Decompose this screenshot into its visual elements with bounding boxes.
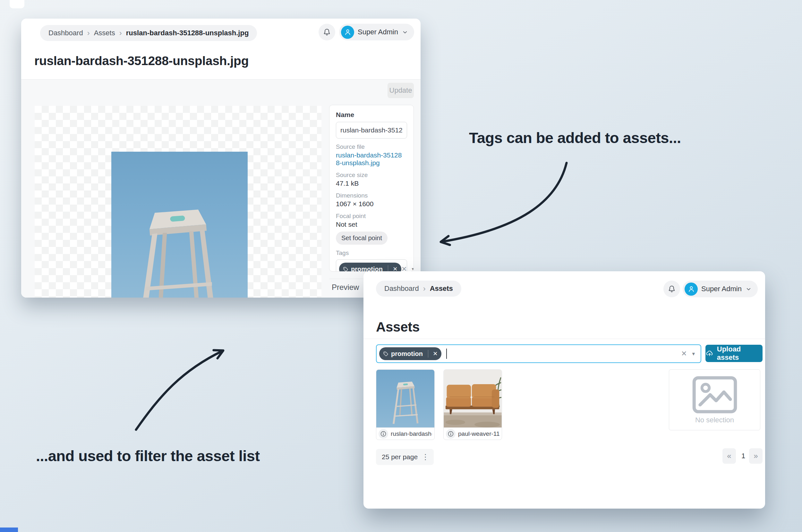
avatar [685,283,698,296]
set-focal-point-button[interactable]: Set focal point [336,231,388,245]
asset-info-button[interactable] [446,429,455,439]
asset-meta-panel: Name Source file ruslan-bardash-351288-u… [329,105,414,272]
source-file-link[interactable]: ruslan-bardash-351288-unsplash.jpg [336,151,403,167]
asset-list-window: Dashboard › Assets Super Admin Assets pr… [363,271,765,509]
tag-remove-icon[interactable]: ✕ [430,350,440,357]
clear-filter-icon[interactable]: ✕ [681,349,687,358]
per-page-label: 25 per page [382,453,418,461]
annotation-filter-note: ...and used to filter the asset list [36,447,260,465]
page-title: Assets [376,319,419,335]
clear-tags-icon[interactable]: ✕ [401,265,407,272]
no-selection-label: No selection [695,416,734,424]
chevron-right-icon: › [119,29,122,37]
dimensions-label: Dimensions [336,192,407,199]
asset-filename: ruslan-bardash-35 [391,430,432,437]
text-cursor [446,348,447,359]
chevron-down-icon [745,286,752,292]
stool-image [125,186,230,298]
preview-heading: Preview [332,283,359,292]
asset-card-couch[interactable]: paul-weaver-11205 [443,369,502,440]
user-icon [343,28,352,36]
tag-icon [383,351,389,357]
user-menu-label: Super Admin [358,28,398,36]
asset-filename: paul-weaver-11205 [458,430,500,437]
breadcrumb: Dashboard › Assets › ruslan-bardash-3512… [40,25,257,41]
user-icon [687,285,695,293]
tag-chip-label: promotion [351,266,383,272]
image-preview-panel [35,106,321,298]
tag-remove-icon[interactable]: ✕ [390,266,400,272]
focal-point-label: Focal point [336,213,407,220]
header-divider [363,339,765,339]
asset-detail-window: Dashboard › Assets › ruslan-bardash-3512… [21,19,421,298]
background-window-sliver [10,0,24,8]
bell-icon [667,284,676,293]
breadcrumb: Dashboard › Assets [376,281,461,297]
image-placeholder-icon [691,376,739,414]
annotation-tags-note: Tags can be added to assets... [469,129,681,147]
page-title: ruslan-bardash-351288-unsplash.jpg [34,54,249,68]
asset-thumbnail-couch [444,370,502,428]
chevron-right-icon: › [87,29,90,37]
no-selection-panel: No selection [669,369,760,430]
avatar [341,26,354,39]
asset-thumbnail-stool [376,370,434,428]
caret-down-icon[interactable]: ▾ [692,350,695,357]
tag-icon [342,266,349,272]
per-page-selector[interactable]: 25 per page ⋮ [376,449,434,465]
notifications-button[interactable] [319,24,335,40]
filter-tag-label: promotion [391,350,423,358]
user-menu[interactable]: Super Admin [683,281,758,297]
chevron-right-icon: › [423,285,426,292]
tag-filter-input[interactable]: promotion ✕ ✕ ▾ [376,344,701,363]
cloud-upload-icon [705,349,714,358]
source-size-value: 47.1 kB [336,179,407,187]
stool-image [389,374,422,424]
arrow-to-filter-input [136,351,223,430]
source-size-label: Source size [336,172,407,178]
breadcrumb-item-assets[interactable]: Assets [94,29,115,37]
breadcrumb-item-dashboard[interactable]: Dashboard [384,284,419,293]
tags-input[interactable]: promotion ✕ ✕ ▾ [336,260,407,272]
asset-photo-stool [111,152,248,298]
focal-point-value: Not set [336,221,407,228]
notifications-button[interactable] [664,281,680,297]
source-file-label: Source file [336,143,407,150]
arrow-to-tags-field [442,163,566,242]
kebab-menu-icon[interactable]: ⋮ [422,453,429,461]
progress-bar-segment [0,528,18,532]
breadcrumb-item-assets: Assets [430,284,453,293]
tag-chip-divider [388,265,388,272]
screenshot-canvas: Dashboard › Assets › ruslan-bardash-3512… [0,0,802,532]
asset-info-button[interactable] [378,429,388,439]
tag-chip-divider [428,350,428,358]
info-icon [380,430,387,437]
user-menu[interactable]: Super Admin [339,24,414,40]
tags-label: Tags [336,249,407,256]
dimensions-value: 1067 × 1600 [336,200,407,208]
current-page-number: 1 [737,448,750,464]
update-button[interactable]: Update [388,83,414,98]
set-focal-point-label: Set focal point [341,234,382,242]
breadcrumb-item-dashboard[interactable]: Dashboard [49,29,83,37]
upload-assets-label: Upload assets [717,345,763,362]
info-icon [447,430,454,437]
tag-chip-promotion[interactable]: promotion ✕ [339,263,401,272]
breadcrumb-item-current: ruslan-bardash-351288-unsplash.jpg [126,29,249,37]
next-page-button[interactable]: » [749,448,763,464]
name-label: Name [336,111,407,119]
chevron-down-icon [402,29,408,36]
asset-card-stool[interactable]: ruslan-bardash-35 [376,369,435,440]
upload-assets-button[interactable]: Upload assets [705,345,763,362]
name-input[interactable] [336,122,407,138]
user-menu-label: Super Admin [701,285,742,293]
prev-page-button[interactable]: « [723,448,736,464]
bell-icon [322,27,331,37]
couch-image [444,370,502,428]
filter-tag-chip-promotion[interactable]: promotion ✕ [379,347,442,360]
